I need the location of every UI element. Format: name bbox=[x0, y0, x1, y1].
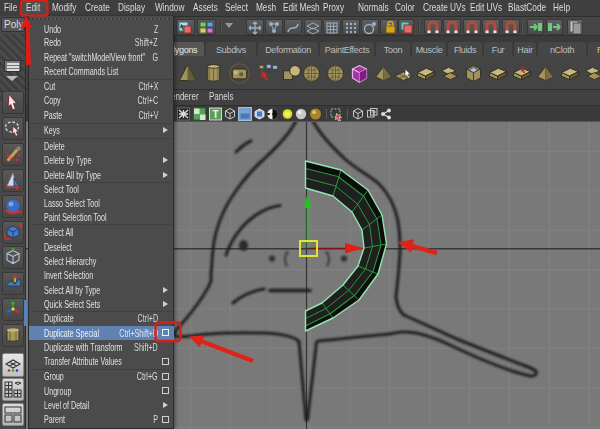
svg-text:T: T bbox=[212, 109, 218, 120]
